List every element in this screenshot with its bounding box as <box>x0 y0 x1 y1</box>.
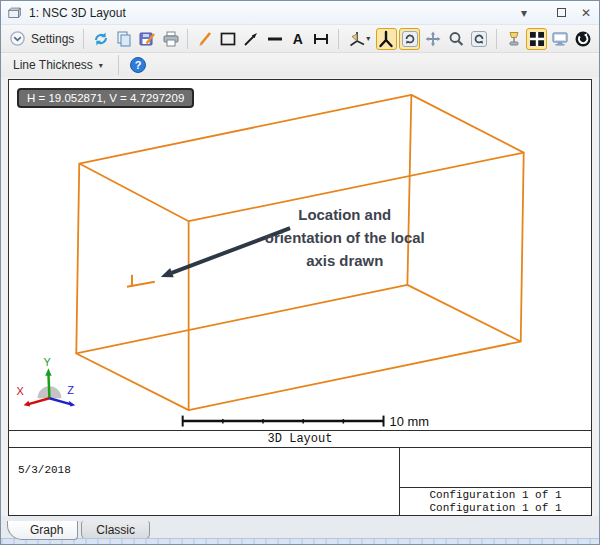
local-axis-toggle-button[interactable] <box>376 28 397 50</box>
draw-arrow-button[interactable] <box>241 28 262 50</box>
local-axis-marker <box>127 275 155 287</box>
coordinate-readout: H = 19.052871, V = 4.7297209 <box>17 88 194 108</box>
zoom-icon <box>447 30 465 48</box>
rectangle-icon <box>219 30 237 48</box>
orientation-indicator-button[interactable]: ▾ <box>345 28 374 50</box>
title-bar[interactable]: 1: NSC 3D Layout ▾ ✕ <box>1 1 599 25</box>
window-title: 1: NSC 3D Layout <box>29 6 126 20</box>
3d-layout-canvas[interactable]: H = 19.052871, V = 4.7297209 <box>9 80 591 431</box>
zoom-reset-icon <box>470 30 488 48</box>
secondary-toolbar: Line Thickness ▾ ? <box>1 53 599 77</box>
draw-line-button[interactable] <box>264 28 285 50</box>
nsc-3d-layout-window: 1: NSC 3D Layout ▾ ✕ Settings <box>0 0 600 545</box>
draw-text-button[interactable]: A <box>287 28 308 50</box>
pencil-icon <box>196 30 214 48</box>
rotate-icon <box>401 30 419 48</box>
maximize-icon <box>557 8 566 17</box>
toolbar-separator <box>118 55 119 75</box>
orientation-caret-icon: ▾ <box>366 34 370 43</box>
plot-date: 5/3/2018 <box>9 448 399 515</box>
update-button[interactable] <box>573 28 594 50</box>
tab-graph-label: Graph <box>30 523 63 537</box>
print-button[interactable] <box>160 28 181 50</box>
annotation-text-line2: orientation of the local <box>265 230 425 246</box>
save-icon <box>138 30 156 48</box>
zoom-button[interactable] <box>445 28 466 50</box>
line-thickness-label: Line Thickness <box>13 58 93 72</box>
orientation-indicator-icon <box>348 30 366 48</box>
tab-classic-label: Classic <box>96 523 135 537</box>
zoom-reset-button[interactable] <box>469 28 490 50</box>
update-icon <box>574 30 592 48</box>
configuration-cell: Configuration 1 of 1 Configuration 1 of … <box>400 487 591 515</box>
arrow-icon <box>242 30 260 48</box>
layout-plot-frame: H = 19.052871, V = 4.7297209 <box>8 79 592 516</box>
configuration-line2: Configuration 1 of 1 <box>400 502 591 515</box>
plot-title: 3D Layout <box>9 431 591 448</box>
annotation-text-line1: Location and <box>298 207 391 223</box>
settings-chevron-icon <box>9 30 26 47</box>
save-button[interactable] <box>137 28 158 50</box>
fill-window-icon <box>528 30 546 48</box>
axis-x-label: X <box>17 385 25 397</box>
tab-strip: Graph Classic <box>1 516 599 544</box>
toolbar-separator <box>496 29 497 49</box>
text-a-icon: A <box>293 31 303 47</box>
lamp-icon <box>505 30 523 48</box>
window-bottom-edge <box>1 538 599 544</box>
settings-button[interactable]: Settings <box>6 30 77 47</box>
wireframe-box <box>76 95 523 410</box>
plot-info-right-cell: Configuration 1 of 1 Configuration 1 of … <box>399 448 591 515</box>
line-thickness-dropdown[interactable]: Line Thickness ▾ <box>6 56 110 74</box>
line-icon <box>266 30 284 48</box>
copy-clipboard-button[interactable] <box>549 28 570 50</box>
settings-label: Settings <box>31 32 74 46</box>
toolbar-separator <box>338 29 339 49</box>
refresh-button[interactable] <box>90 28 111 50</box>
pan-icon <box>424 30 442 48</box>
copy-icon <box>115 30 133 48</box>
local-axis-icon <box>377 30 395 48</box>
rotate-toggle-button[interactable] <box>399 28 420 50</box>
svg-text:?: ? <box>134 59 141 71</box>
pan-button[interactable] <box>422 28 443 50</box>
lamp-button[interactable] <box>503 28 524 50</box>
window-menu-caret-icon[interactable]: ▾ <box>521 7 527 19</box>
axis-z-label: Z <box>67 384 74 396</box>
draw-pencil-button[interactable] <box>194 28 215 50</box>
main-toolbar: Settings <box>1 25 599 53</box>
layout-drawing: Location and orientation of the local ax… <box>9 80 591 430</box>
draw-dimension-button[interactable] <box>311 28 332 50</box>
help-button[interactable]: ? <box>127 54 149 76</box>
draw-rectangle-button[interactable] <box>218 28 239 50</box>
help-icon: ? <box>129 56 147 74</box>
maximize-button[interactable] <box>557 8 566 17</box>
plot-info-row: 5/3/2018 Configuration 1 of 1 Configurat… <box>9 448 591 515</box>
copy-button[interactable] <box>114 28 135 50</box>
axis-y-label: Y <box>43 356 51 368</box>
scale-bar <box>183 416 384 427</box>
tab-graph[interactable]: Graph <box>7 521 78 540</box>
refresh-icon <box>92 30 110 48</box>
copy-clipboard-icon <box>551 30 569 48</box>
scale-bar-label: 10 mm <box>389 414 428 429</box>
toolbar-separator <box>187 29 188 49</box>
line-thickness-caret-icon: ▾ <box>99 61 103 70</box>
toolbar-separator <box>83 29 84 49</box>
configuration-line1: Configuration 1 of 1 <box>400 489 591 502</box>
window-3d-icon <box>7 5 23 21</box>
axis-triad: Y X Z <box>17 356 76 406</box>
fill-window-toggle-button[interactable] <box>526 28 547 50</box>
plot-info-empty-cell <box>400 448 591 487</box>
annotation-text-line3: axis drawn <box>306 253 383 269</box>
close-button[interactable]: ✕ <box>581 7 591 19</box>
print-icon <box>162 30 180 48</box>
dimension-h-icon <box>312 30 330 48</box>
